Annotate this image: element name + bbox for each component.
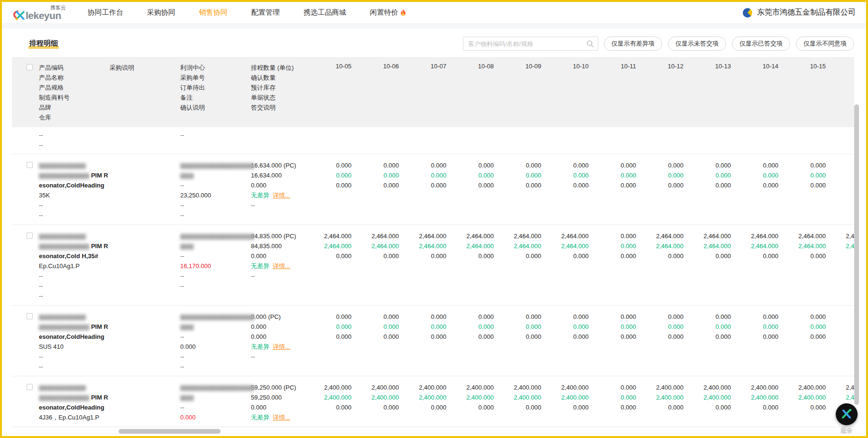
- date-column-header: 10-13: [685, 63, 733, 122]
- profit-column-line: 0.000: [180, 342, 251, 352]
- service-logo-icon: [836, 403, 858, 425]
- detail-link[interactable]: 详情...: [273, 262, 290, 270]
- filter-button[interactable]: 仅显示不同意项: [796, 37, 854, 51]
- schedule-qty-value: 2,400.000: [733, 382, 778, 392]
- header-field: 利润中心: [180, 63, 251, 73]
- stock-qty-value: 0.000: [591, 332, 636, 342]
- nav-item-label: 销售协同: [199, 8, 228, 17]
- date-cell: 2,464.0002,464.0000.000: [828, 231, 854, 301]
- cell-text: --: [39, 140, 110, 150]
- profit-column: ██████████████████████████--0.000----: [180, 312, 251, 372]
- detail-link[interactable]: 详情...: [273, 192, 290, 199]
- stock-qty-value: 0.000: [353, 402, 399, 412]
- company-logo-icon: [743, 8, 752, 18]
- date-cell: 0.0000.0000.000: [448, 160, 496, 220]
- schedule-qty-value: 0.000: [591, 160, 636, 170]
- date-column-header: 10-07: [401, 63, 448, 122]
- stock-qty-value: 0.000: [353, 332, 399, 342]
- company-name: 东莞市鸿德五金制品有限公司: [757, 8, 856, 18]
- nav-item[interactable]: 携选工品商城: [304, 8, 346, 17]
- row-checkbox[interactable]: [27, 313, 33, 319]
- filter-button[interactable]: 仅显示未答交项: [668, 37, 726, 51]
- table-row: █████████████████████████████ PIM Resona…: [12, 376, 854, 427]
- schedule-qty-value: 0.000: [353, 312, 399, 322]
- confirm-qty-value: 2,400.000: [401, 392, 446, 402]
- cell-text: --: [180, 212, 185, 219]
- nav-item[interactable]: 采购协同: [147, 8, 175, 17]
- date-cell: 2,400.0002,400.0000.000: [543, 382, 591, 427]
- cell-text: esonator,ColdHeading: [39, 404, 104, 411]
- profit-column-line: --: [180, 402, 251, 412]
- date-column-header: 10-12: [638, 63, 685, 122]
- cell-text: 35K: [39, 192, 50, 199]
- cell-text: --: [39, 353, 43, 360]
- confirm-qty-value: 0.000: [353, 322, 399, 332]
- date-cell: 0.0000.0000.000: [828, 312, 854, 372]
- schedule-qty-value: 2,464.000: [496, 231, 541, 241]
- nav-item[interactable]: 闲置特价: [370, 8, 406, 17]
- stock-qty-value: 0.000: [353, 251, 399, 261]
- detail-link[interactable]: 详情...: [273, 343, 290, 350]
- brand-logo[interactable]: lekeyun 携客云: [12, 5, 61, 21]
- cell-text: --: [180, 130, 251, 140]
- product-column-line: ██████████████: [39, 382, 110, 392]
- header-field: 确认数量: [251, 73, 306, 83]
- profit-column-line: ████: [180, 170, 251, 180]
- cell-text: PIM R: [89, 242, 108, 250]
- table-row: █████████████████████████████ PIM Resona…: [12, 305, 854, 376]
- confirm-qty-value: 2,464.000: [306, 241, 351, 251]
- schedule-qty-value: 2,400.000: [685, 382, 731, 392]
- detail-link[interactable]: 详情...: [273, 414, 290, 421]
- nav-item[interactable]: 配置管理: [251, 8, 280, 17]
- search-input[interactable]: [463, 37, 598, 51]
- schedule-qty-value: 0.000: [496, 160, 541, 170]
- vertical-scrollbar-thumb[interactable]: [854, 104, 859, 405]
- nav-item[interactable]: 销售协同: [199, 8, 228, 17]
- date-cell: 0.0000.0000.000: [591, 231, 638, 301]
- masked-text: ██████████████: [39, 163, 86, 168]
- product-column-line: --: [39, 362, 110, 372]
- header-qty-fields: 排程数量 (单位)确认数量预计库存单据状态答交说明: [251, 63, 306, 122]
- schedule-qty-value: 2,400.000: [401, 382, 446, 392]
- profit-column-line: --: [180, 271, 251, 281]
- schedule-qty-value: 0.000: [591, 312, 636, 322]
- profit-column: ██████████████████████████--23,250.000--…: [180, 160, 251, 220]
- header-field: 品牌: [39, 103, 110, 112]
- cell-text: --: [180, 363, 185, 370]
- stock-qty-value: 0.000: [448, 180, 494, 190]
- cell-text: --: [251, 422, 306, 427]
- company-switcher[interactable]: 东莞市鸿德五金制品有限公司: [743, 8, 856, 18]
- cell-text: --: [180, 333, 185, 340]
- schedule-qty-value: 2,464.000: [828, 231, 854, 241]
- schedule-table: 产品编码产品名称产品规格制造商料号品牌仓库 采购说明 利润中心采购单号订单待出备…: [12, 57, 854, 427]
- confirm-qty-value: 2,400.000: [353, 392, 399, 402]
- select-all-checkbox[interactable]: [27, 64, 33, 70]
- cell-text: --: [180, 272, 185, 280]
- main-menu: 协同工作台采购协同销售协同配置管理携选工品商城闲置特价: [64, 8, 406, 17]
- schedule-qty-value: 0.000: [543, 160, 589, 170]
- service-float-button[interactable]: 服务: [836, 403, 858, 434]
- product-column-line: ██████████████: [39, 312, 110, 322]
- row-checkbox[interactable]: [27, 233, 33, 239]
- schedule-qty-value: 0.000: [685, 312, 731, 322]
- schedule-qty-value: 0.000: [401, 160, 446, 170]
- filter-button[interactable]: 仅显示已答交项: [732, 37, 790, 51]
- filter-button-group: 仅显示有差异项仅显示未答交项仅显示已答交项仅显示不同意项: [604, 37, 854, 51]
- confirm-qty-value: 0.000: [353, 170, 399, 180]
- masked-text: ████: [180, 173, 194, 178]
- date-cell: 0.0000.0000.000: [401, 312, 448, 372]
- qty-value: 0.000: [251, 332, 306, 342]
- horizontal-scrollbar-thumb[interactable]: [119, 429, 221, 434]
- date-cell: 2,464.0002,464.0000.000: [448, 231, 496, 301]
- masked-text: ██████████████████████: [180, 163, 254, 168]
- toolbar: 排程明细 仅显示有差异项仅显示未答交项仅显示已答交项仅显示不同意项: [12, 36, 854, 51]
- date-cell: 0.0000.0000.000: [401, 160, 448, 220]
- filter-button[interactable]: 仅显示有差异项: [604, 37, 662, 51]
- row-checkbox[interactable]: [27, 162, 33, 168]
- product-column: █████████████████████████████ PIM Resona…: [39, 382, 110, 427]
- date-cell: 0.0000.0000.000: [353, 312, 401, 372]
- row-checkbox[interactable]: [27, 384, 33, 390]
- nav-item[interactable]: 协同工作台: [88, 8, 123, 17]
- qty-value: 84,835.000 (PC): [251, 231, 306, 241]
- cell-text: --: [180, 182, 185, 189]
